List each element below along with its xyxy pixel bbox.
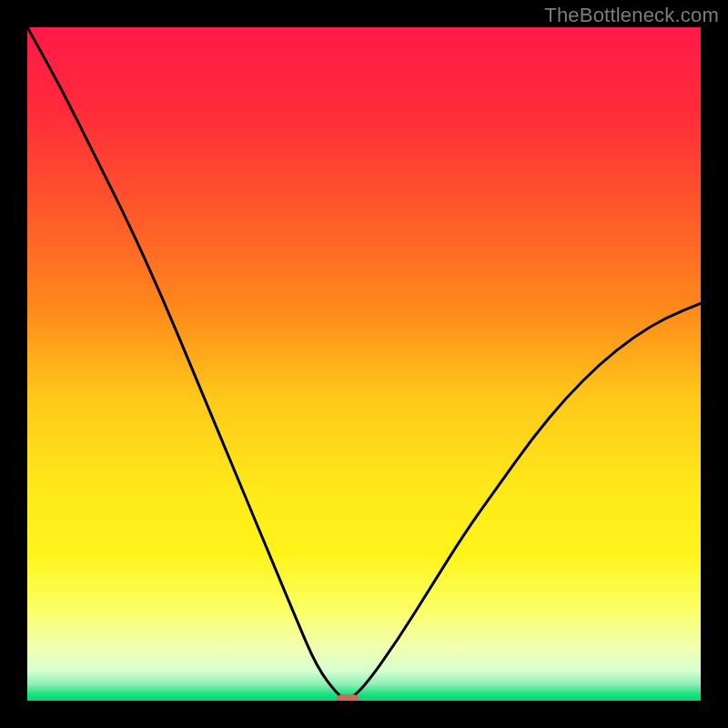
chart-frame: TheBottleneck.com (0, 0, 728, 728)
bottleneck-curve (27, 27, 701, 699)
plot-area (27, 27, 701, 701)
optimal-marker (336, 694, 359, 701)
curve-layer (27, 27, 701, 701)
watermark-label: TheBottleneck.com (544, 4, 719, 27)
